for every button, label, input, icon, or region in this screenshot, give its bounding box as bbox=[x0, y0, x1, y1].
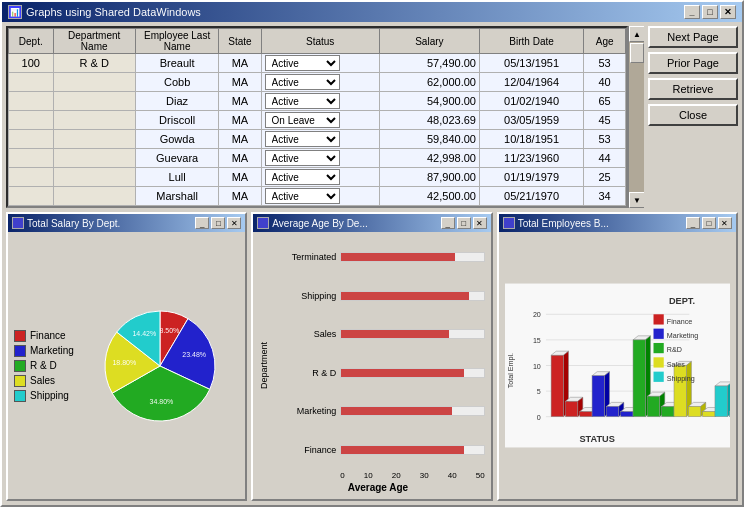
chart2-icon bbox=[257, 217, 269, 229]
chart2-maximize[interactable]: □ bbox=[457, 217, 471, 229]
legend-label-0: Finance bbox=[30, 330, 66, 341]
cell-status[interactable]: Active On Leave Terminated bbox=[261, 149, 379, 168]
chart3-legend-sq-2 bbox=[653, 343, 663, 353]
chart2-title-bar: Average Age By De... _ □ ✕ bbox=[253, 214, 490, 232]
chart3-legend-label-4: Shipping bbox=[666, 375, 694, 383]
chart2-body: Department Terminated Shipping Sales R &… bbox=[253, 232, 490, 499]
main-window: 📊 Graphs using Shared DataWindows _ □ ✕ … bbox=[0, 0, 744, 507]
cell-deptname bbox=[53, 92, 135, 111]
cell-state: MA bbox=[219, 54, 261, 73]
x-tick-1: 10 bbox=[364, 471, 373, 480]
close-button[interactable]: Close bbox=[648, 104, 738, 126]
cell-birthdate: 12/04/1964 bbox=[479, 73, 583, 92]
cell-status[interactable]: Active On Leave Terminated bbox=[261, 92, 379, 111]
bar-track-5 bbox=[340, 445, 484, 455]
pie-label-0: 8.50% bbox=[159, 327, 179, 334]
cell-status[interactable]: Active On Leave Terminated bbox=[261, 54, 379, 73]
next-page-button[interactable]: Next Page bbox=[648, 26, 738, 48]
bar3d-front-2-1 bbox=[647, 396, 659, 416]
bar-track-4 bbox=[340, 406, 484, 416]
cell-deptname bbox=[53, 149, 135, 168]
chart1-title-left: Total Salary By Dept. bbox=[12, 217, 120, 229]
chart1-minimize[interactable]: _ bbox=[195, 217, 209, 229]
chart3-title-btns: _ □ ✕ bbox=[686, 217, 732, 229]
chart-window-1: Total Salary By Dept. _ □ ✕ Finance Mark… bbox=[6, 212, 247, 501]
bar-chart-x-axis: 01020304050 bbox=[271, 471, 484, 480]
scroll-down-btn[interactable]: ▼ bbox=[629, 192, 644, 208]
chart3-minimize[interactable]: _ bbox=[686, 217, 700, 229]
table-row: Diaz MA Active On Leave Terminated 54,90… bbox=[9, 92, 626, 111]
bar3d-front-1-1 bbox=[606, 406, 618, 416]
cell-birthdate: 11/23/1960 bbox=[479, 149, 583, 168]
chart1-close[interactable]: ✕ bbox=[227, 217, 241, 229]
bottom-section: Total Salary By Dept. _ □ ✕ Finance Mark… bbox=[6, 212, 738, 501]
chart1-maximize[interactable]: □ bbox=[211, 217, 225, 229]
legend-color-1 bbox=[14, 345, 26, 357]
cell-dept: 100 bbox=[9, 54, 54, 73]
chart3-status-label: STATUS bbox=[579, 434, 614, 444]
table-row: Guevara MA Active On Leave Terminated 42… bbox=[9, 149, 626, 168]
retrieve-button[interactable]: Retrieve bbox=[648, 78, 738, 100]
bar-chart-xlabel: Average Age bbox=[271, 482, 484, 493]
right-buttons: Next Page Prior Page Retrieve Close bbox=[648, 26, 738, 208]
status-select[interactable]: Active On Leave Terminated bbox=[265, 93, 340, 109]
chart3-legend-label-1: Marketing bbox=[666, 332, 697, 340]
legend-color-3 bbox=[14, 375, 26, 387]
close-btn[interactable]: ✕ bbox=[720, 5, 736, 19]
cell-state: MA bbox=[219, 92, 261, 111]
chart3-close[interactable]: ✕ bbox=[718, 217, 732, 229]
cell-dept bbox=[9, 187, 54, 206]
cell-status[interactable]: Active On Leave Terminated bbox=[261, 187, 379, 206]
scroll-up-btn[interactable]: ▲ bbox=[629, 26, 644, 42]
prior-page-button[interactable]: Prior Page bbox=[648, 52, 738, 74]
status-select[interactable]: Active On Leave Terminated bbox=[265, 188, 340, 204]
bar-fill-3 bbox=[341, 369, 463, 377]
chart2-close[interactable]: ✕ bbox=[473, 217, 487, 229]
cell-state: MA bbox=[219, 111, 261, 130]
cell-birthdate: 05/13/1951 bbox=[479, 54, 583, 73]
table-row: Gowda MA Active On Leave Terminated 59,8… bbox=[9, 130, 626, 149]
pie-chart-area: Finance Marketing R & D Sales Shipping 8… bbox=[14, 238, 239, 493]
bar-row-0: Terminated bbox=[271, 252, 484, 262]
cell-status[interactable]: Active On Leave Terminated bbox=[261, 73, 379, 92]
minimize-btn[interactable]: _ bbox=[684, 5, 700, 19]
chart3-legend-sq-3 bbox=[653, 357, 663, 367]
cell-status[interactable]: Active On Leave Terminated bbox=[261, 168, 379, 187]
chart3-maximize[interactable]: □ bbox=[702, 217, 716, 229]
bar-row-1: Shipping bbox=[271, 291, 484, 301]
chart-window-3: Total Employees B... _ □ ✕ Total Empl.05… bbox=[497, 212, 738, 501]
status-select[interactable]: Active On Leave Terminated bbox=[265, 74, 340, 90]
bar-label-0: Terminated bbox=[271, 252, 336, 262]
threed-chart-area: Total Empl.05101520DEPT.STATUSFinanceMar… bbox=[505, 238, 730, 493]
grid-scrollbar[interactable]: ▲ ▼ bbox=[628, 26, 644, 208]
cell-status[interactable]: On Leave On Leave Terminated bbox=[261, 111, 379, 130]
chart3-ytick-1: 5 bbox=[537, 388, 541, 396]
legend-color-2 bbox=[14, 360, 26, 372]
status-select[interactable]: On Leave On Leave Terminated bbox=[265, 112, 340, 128]
bar-chart-with-ylabel: Department Terminated Shipping Sales R &… bbox=[259, 238, 484, 493]
status-select[interactable]: Active On Leave Terminated bbox=[265, 150, 340, 166]
bar-label-4: Marketing bbox=[271, 406, 336, 416]
cell-age: 34 bbox=[584, 187, 626, 206]
x-tick-2: 20 bbox=[392, 471, 401, 480]
table-wrapper: Dept. Department Name Employee Last Name… bbox=[6, 26, 644, 208]
bar-track-3 bbox=[340, 368, 484, 378]
col-lastname: Employee Last Name bbox=[135, 29, 218, 54]
status-select[interactable]: Active On Leave Terminated bbox=[265, 169, 340, 185]
cell-age: 65 bbox=[584, 92, 626, 111]
cell-birthdate: 05/21/1970 bbox=[479, 187, 583, 206]
window-title: Graphs using Shared DataWindows bbox=[26, 6, 201, 18]
content-area: Dept. Department Name Employee Last Name… bbox=[2, 22, 742, 505]
cell-age: 40 bbox=[584, 73, 626, 92]
legend-item-1: Marketing bbox=[14, 345, 74, 357]
cell-status[interactable]: Active On Leave Terminated bbox=[261, 130, 379, 149]
status-select[interactable]: Active On Leave Terminated bbox=[265, 55, 340, 71]
scroll-thumb[interactable] bbox=[630, 43, 644, 63]
chart2-minimize[interactable]: _ bbox=[441, 217, 455, 229]
x-tick-5: 50 bbox=[476, 471, 485, 480]
maximize-btn[interactable]: □ bbox=[702, 5, 718, 19]
chart1-title-bar: Total Salary By Dept. _ □ ✕ bbox=[8, 214, 245, 232]
status-select[interactable]: Active On Leave Terminated bbox=[265, 131, 340, 147]
chart3-title-left: Total Employees B... bbox=[503, 217, 609, 229]
table-row: Driscoll MA On Leave On Leave Terminated… bbox=[9, 111, 626, 130]
